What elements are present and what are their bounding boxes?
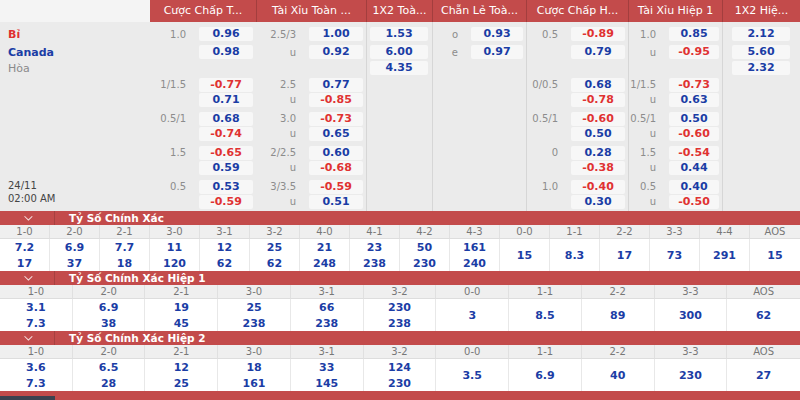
score-odds-button[interactable]: 291: [700, 239, 750, 271]
odds-value-button[interactable]: -0.38: [571, 161, 625, 175]
odds-value-button[interactable]: 0.68: [571, 78, 625, 92]
score-odds-button[interactable]: 62: [727, 299, 800, 331]
odds-value-button[interactable]: 0.96: [199, 27, 253, 41]
score-odds-button[interactable]: 50: [400, 239, 450, 255]
score-odds-button[interactable]: 38: [73, 315, 146, 331]
score-odds-button[interactable]: 3.1: [0, 299, 73, 315]
score-odds-button[interactable]: 120: [150, 255, 200, 271]
score-odds-button[interactable]: 7.7: [100, 239, 150, 255]
score-odds-button[interactable]: 11: [150, 239, 200, 255]
score-odds-button[interactable]: 124: [364, 359, 437, 375]
odds-value-button[interactable]: 0.68: [199, 112, 253, 126]
odds-value-button[interactable]: -0.73: [309, 112, 363, 126]
score-odds-button[interactable]: 15: [500, 239, 550, 271]
score-odds-button[interactable]: 17: [600, 239, 650, 271]
score-odds-button[interactable]: 25: [218, 299, 291, 315]
score-odds-button[interactable]: 7.2: [0, 239, 50, 255]
odds-value-button[interactable]: 4.35: [370, 61, 428, 75]
score-odds-button[interactable]: 18: [100, 255, 150, 271]
odds-value-button[interactable]: 0.59: [199, 161, 253, 175]
odds-value-button[interactable]: 0.53: [199, 180, 253, 194]
odds-value-button[interactable]: 0.79: [571, 45, 625, 59]
odds-value-button[interactable]: 0.71: [199, 93, 253, 107]
score-odds-button[interactable]: 300: [655, 299, 728, 331]
score-odds-button[interactable]: 27: [727, 359, 800, 391]
score-odds-button[interactable]: 25: [145, 375, 218, 391]
score-odds-button[interactable]: 25: [250, 239, 300, 255]
score-odds-button[interactable]: 3.5: [436, 359, 509, 391]
odds-value-button[interactable]: -0.89: [571, 27, 625, 41]
score-odds-button[interactable]: 238: [218, 315, 291, 331]
score-odds-button[interactable]: 28: [73, 375, 146, 391]
odds-value-button[interactable]: 0.50: [669, 112, 719, 126]
odds-value-button[interactable]: -0.60: [571, 112, 625, 126]
score-odds-button[interactable]: 37: [50, 255, 100, 271]
collapse-toggle[interactable]: [0, 211, 55, 225]
odds-value-button[interactable]: 2.12: [732, 27, 790, 41]
score-odds-button[interactable]: 62: [250, 255, 300, 271]
score-odds-button[interactable]: 18: [218, 359, 291, 375]
score-odds-button[interactable]: 3.6: [0, 359, 73, 375]
odds-value-button[interactable]: 0.93: [471, 27, 523, 41]
odds-value-button[interactable]: -0.50: [669, 195, 719, 209]
odds-value-button[interactable]: -0.85: [309, 93, 363, 107]
odds-value-button[interactable]: 5.60: [732, 45, 790, 59]
score-odds-button[interactable]: 12: [145, 359, 218, 375]
section-header-bar[interactable]: Tỷ Số Chính Xác Hiệp 1: [0, 271, 800, 285]
odds-value-button[interactable]: -0.68: [309, 161, 363, 175]
score-odds-button[interactable]: 33: [291, 359, 364, 375]
odds-value-button[interactable]: -0.78: [571, 93, 625, 107]
score-odds-button[interactable]: 7.3: [0, 375, 73, 391]
odds-value-button[interactable]: 0.60: [309, 146, 363, 160]
odds-value-button[interactable]: 0.51: [309, 195, 363, 209]
section-header-bar[interactable]: Tỷ Số Chính Xác Hiệp 2: [0, 331, 800, 345]
odds-value-button[interactable]: 6.00: [370, 45, 428, 59]
odds-value-button[interactable]: 0.85: [669, 27, 719, 41]
score-odds-button[interactable]: 161: [450, 239, 500, 255]
odds-value-button[interactable]: -0.73: [669, 78, 719, 92]
score-odds-button[interactable]: 230: [364, 375, 437, 391]
score-odds-button[interactable]: 6.9: [50, 239, 100, 255]
odds-value-button[interactable]: 0.30: [571, 195, 625, 209]
score-odds-button[interactable]: 7.3: [0, 315, 73, 331]
odds-value-button[interactable]: -0.54: [669, 146, 719, 160]
odds-value-button[interactable]: 0.97: [471, 45, 523, 59]
odds-value-button[interactable]: -0.65: [199, 146, 253, 160]
score-odds-button[interactable]: 15: [750, 239, 800, 271]
score-odds-button[interactable]: 6.9: [73, 299, 146, 315]
score-odds-button[interactable]: 238: [364, 315, 437, 331]
odds-value-button[interactable]: -0.74: [199, 127, 253, 141]
score-odds-button[interactable]: 248: [300, 255, 350, 271]
score-odds-button[interactable]: 8.5: [509, 299, 582, 331]
score-odds-button[interactable]: 3: [436, 299, 509, 331]
score-odds-button[interactable]: 240: [450, 255, 500, 271]
score-odds-button[interactable]: 23: [350, 239, 400, 255]
score-odds-button[interactable]: 238: [291, 315, 364, 331]
score-odds-button[interactable]: 6.9: [509, 359, 582, 391]
odds-value-button[interactable]: 0.65: [309, 127, 363, 141]
odds-value-button[interactable]: 0.98: [199, 45, 253, 59]
score-odds-button[interactable]: 21: [300, 239, 350, 255]
odds-value-button[interactable]: 0.50: [571, 127, 625, 141]
odds-value-button[interactable]: -0.59: [309, 180, 363, 194]
score-odds-button[interactable]: 238: [350, 255, 400, 271]
score-odds-button[interactable]: 8.3: [550, 239, 600, 271]
odds-value-button[interactable]: -0.77: [199, 78, 253, 92]
odds-value-button[interactable]: -0.95: [669, 45, 719, 59]
collapse-toggle[interactable]: [0, 331, 55, 345]
score-odds-button[interactable]: 145: [291, 375, 364, 391]
score-odds-button[interactable]: 73: [650, 239, 700, 271]
odds-value-button[interactable]: -0.59: [199, 195, 253, 209]
score-odds-button[interactable]: 6.5: [73, 359, 146, 375]
score-odds-button[interactable]: 62: [200, 255, 250, 271]
odds-value-button[interactable]: 1.00: [309, 27, 363, 41]
odds-value-button[interactable]: 2.32: [732, 61, 790, 75]
score-odds-button[interactable]: 89: [582, 299, 655, 331]
score-odds-button[interactable]: 230: [655, 359, 728, 391]
odds-value-button[interactable]: 0.40: [669, 180, 719, 194]
odds-value-button[interactable]: 0.44: [669, 161, 719, 175]
section-header-bar[interactable]: Tỷ Số Chính Xác: [0, 211, 800, 225]
odds-value-button[interactable]: 1.53: [370, 27, 428, 41]
odds-value-button[interactable]: 0.63: [669, 93, 719, 107]
score-odds-button[interactable]: 161: [218, 375, 291, 391]
